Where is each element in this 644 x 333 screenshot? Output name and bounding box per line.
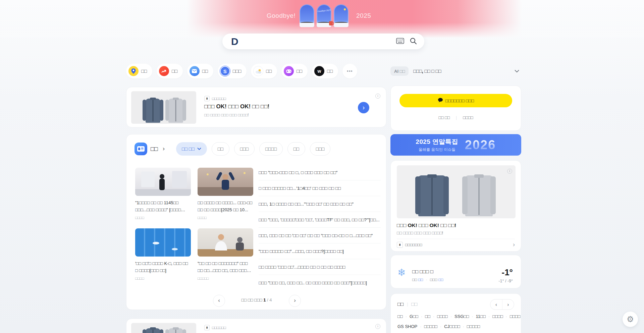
news-tab[interactable]: □□□□ <box>259 142 283 156</box>
sidebar-item-webtoon[interactable]: w □□ <box>312 64 338 78</box>
headline-item[interactable]: □□ □□□□ '□□□ □□'...□□□□ □□ □ □□ □□ □□□□ <box>259 259 381 275</box>
shop-link[interactable]: □□□□ <box>430 314 448 319</box>
news-tab[interactable]: □□ <box>212 142 229 156</box>
shop-link[interactable]: SSG□□ <box>448 314 469 319</box>
news-tab[interactable]: □□ <box>287 142 305 156</box>
news-tab[interactable]: □□□ <box>310 142 330 156</box>
tab-shopping[interactable]: □□ <box>397 301 404 307</box>
signup-link[interactable]: □□ □□ <box>438 115 450 120</box>
pager-prev-button[interactable]: ‹ <box>490 299 502 310</box>
divider <box>397 239 515 239</box>
location-link[interactable]: □□ <box>438 277 443 282</box>
ad-headline[interactable]: □□□ OK! □□□ OK! □□ □□! <box>397 222 456 228</box>
special-banner-title: 2025 연말특집 <box>416 137 458 146</box>
headline-item[interactable]: □□□, 1□ □□□□ □□ □□..."'□□□ □□' □□ □□□ □□… <box>259 196 381 212</box>
ad-product-image <box>397 165 516 218</box>
shop-link[interactable]: G□□ <box>403 314 418 319</box>
tab-secondary[interactable]: □□ <box>411 301 417 307</box>
news-article[interactable]: □□ □□□□ □□ □□□□... □□□-□□ □□ □□ □□□□[202… <box>198 168 253 220</box>
shop-link[interactable]: □□ <box>418 314 430 319</box>
year-end-special-banner[interactable]: 2025 연말특집 올해를 움직인 이슈들 2026 <box>390 134 521 156</box>
event-banner[interactable]: Goodbye! 2025 Goodbye 2025 <box>0 0 644 38</box>
chevron-right-icon[interactable]: › <box>163 145 165 152</box>
ellipsis-icon: ••• <box>347 68 353 74</box>
shop-link[interactable]: □□□□ <box>486 314 503 319</box>
pager-next-button[interactable]: › <box>502 299 514 310</box>
tab-label: □□□ <box>240 146 249 152</box>
shop-link[interactable]: 11□□ <box>469 314 486 319</box>
article-title[interactable]: '□□ □□'□ □□□□ K-□, □□□ □□ □ □□□□[□□□ □□] <box>135 260 191 274</box>
advertiser-row[interactable]: ♜ □□□□□□□ <box>397 242 422 248</box>
headline-item[interactable]: □□□ "□□□-□□□ □□ □, □ □□□ □□□ □□ □□" <box>259 165 381 180</box>
chevron-right-icon[interactable]: › <box>513 241 515 248</box>
shop-link[interactable]: □□ <box>397 314 403 319</box>
location-link[interactable]: □□ <box>418 277 423 282</box>
headline-item[interactable]: "□□□ □□□□□ □□"...□□□, □□ □□□?[□□□□ □□] <box>259 243 381 259</box>
shop-link[interactable]: CJ□□□□ <box>437 324 460 329</box>
ai-news-headline[interactable]: □□□, □□ □ □□ <box>413 68 441 74</box>
top-ad-card[interactable]: ♜ □□□□□□ □□□ OK! □□□ OK! □□ □□! □□ □□□□ … <box>126 87 386 127</box>
chevron-down-icon <box>197 148 201 150</box>
headline-item[interactable]: □□□ "□□□, '□□□□□'□□□ '□□', '□□□□TF' □□ □… <box>259 212 381 228</box>
article-publisher: □□□□ <box>198 216 253 220</box>
article-title[interactable]: "□□ □□ □□ □□□□□□□" □□□ □□ □□...□□□ □□, □… <box>198 260 253 274</box>
tab-label: □□ <box>293 146 299 152</box>
kakao-bubble-icon <box>438 98 443 104</box>
sidebar-item-stock[interactable]: □□ <box>157 64 183 78</box>
shopping-links-row: □□G□□□□□□□□SSG□□11□□□□□□□□□□ <box>397 313 515 320</box>
sidebar-item-game[interactable]: □□ <box>281 64 308 78</box>
chevron-right-icon: › <box>363 104 365 111</box>
tab-recommended-news[interactable]: □□ □□ <box>176 142 207 156</box>
weather-card[interactable]: ❄ □□ □□□ □ □□ □□ · □□□ □□ -1° -1° / -9° <box>390 255 521 288</box>
settings-button[interactable]: ⚙ <box>623 312 638 327</box>
ad-headline[interactable]: □□□ OK! □□□ OK! □□ □□! <box>204 103 269 110</box>
ai-news-strip[interactable]: AI □□ □□□, □□ □ □□ <box>390 64 521 78</box>
bottom-ad-card[interactable]: ♜ □□□□□□ i <box>126 319 386 333</box>
kakao-login-button[interactable]: □□□□□□□ □□□ <box>399 94 512 107</box>
location-name: □□ <box>412 277 417 282</box>
tab-label: □□□□ <box>265 146 277 152</box>
sidebar-item-weather[interactable]: □□ <box>251 64 277 78</box>
shop-link[interactable]: □□□□□ <box>460 324 480 329</box>
news-section-title[interactable]: □□ <box>151 146 158 153</box>
ad-arrow-button[interactable]: › <box>358 102 369 113</box>
news-article[interactable]: "□□ □□ □□ □□□□□□□" □□□ □□ □□...□□□ □□, □… <box>198 228 253 280</box>
daum-logo[interactable]: D <box>231 37 238 47</box>
news-tab[interactable]: □□□ <box>234 142 255 156</box>
sidebar-ad-card[interactable]: i □□□ OK! □□□ OK! □□ □□! □□ □□□□ □□□ □□□… <box>390 160 521 252</box>
shop-link[interactable]: □□□□ <box>503 314 521 319</box>
virtual-keyboard-icon[interactable] <box>396 38 404 45</box>
sidebar-item-mail[interactable]: □□ <box>187 64 213 78</box>
news-icon <box>135 143 147 155</box>
search-icon[interactable] <box>410 37 417 46</box>
headline-item[interactable]: □ □□□ □□□□□ □□...'1□4□□' □□ □□□ □□ □□ <box>259 180 381 196</box>
find-account-link[interactable]: □□□□ <box>463 115 473 120</box>
service-label: □□ <box>327 68 333 74</box>
advertiser-name: □□□□□□□ <box>405 242 422 247</box>
service-label: □□ <box>141 68 147 74</box>
shopping-card: □□ | □□ ‹ › □□G□□□□□□□□SSG□□11□□□□□□□□□□… <box>390 293 521 333</box>
pagination-next-button[interactable]: › <box>289 295 301 307</box>
sidebar-item-map[interactable]: □□ <box>126 64 152 78</box>
sidebar-item-story[interactable]: S □□□ <box>218 64 247 78</box>
shop-link[interactable]: GS SHOP <box>397 324 417 329</box>
advertiser-logo: ♜ <box>397 242 403 248</box>
login-links: □□ □□|□□□□ <box>391 115 521 120</box>
ad-info-icon[interactable]: i <box>507 169 512 174</box>
article-publisher: □□□□ <box>135 216 191 220</box>
shop-link[interactable]: □□□□□ <box>417 324 437 329</box>
article-title[interactable]: □□ □□□□ □□ □□□□... □□□-□□ □□ □□ □□□□[202… <box>198 199 253 213</box>
news-card: □□ › □□ □□ □□ □□□ □□□□ □□ □□□ "1□□□□ □□ … <box>126 134 386 310</box>
more-services-button[interactable]: ••• <box>342 64 357 78</box>
search-input[interactable] <box>243 37 396 47</box>
chevron-down-icon[interactable] <box>515 68 519 74</box>
headline-item[interactable]: □□□, □□□ □□ □□ '□□ □□' □□ □□ "□□□ □□-□□ … <box>259 228 381 243</box>
news-article[interactable]: "1□□□□ □□ □□ 1145□□ □□□...□□□ □□□□" [□□□… <box>135 168 191 220</box>
news-article[interactable]: '□□ □□'□ □□□□ K-□, □□□ □□ □ □□□□[□□□ □□]… <box>135 228 191 280</box>
advertiser-name: □□□□□□ <box>212 97 226 101</box>
ad-info-icon[interactable]: i <box>375 324 380 329</box>
advertiser-name: □□□□□□ <box>212 326 226 330</box>
article-title[interactable]: "1□□□□ □□ □□ 1145□□ □□□...□□□ □□□□" [□□□… <box>135 199 191 213</box>
headline-item[interactable]: □□□ "□□□ □□, □□□ □□.. □□ □□□ □□□□ □□ □□□… <box>259 275 381 291</box>
ad-info-icon[interactable]: i <box>375 94 380 99</box>
